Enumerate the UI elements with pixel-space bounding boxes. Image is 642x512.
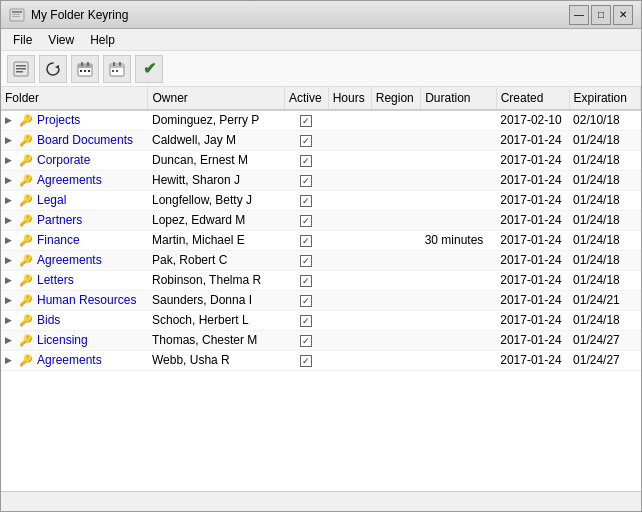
folder-name[interactable]: Bids [37, 313, 60, 327]
row-expand-icon[interactable]: ▶ [5, 115, 15, 125]
row-expand-icon[interactable]: ▶ [5, 175, 15, 185]
active-checkbox[interactable] [300, 155, 312, 167]
folder-name[interactable]: Corporate [37, 153, 90, 167]
cell-hours [328, 110, 371, 130]
folder-name[interactable]: Finance [37, 233, 80, 247]
col-header-owner[interactable]: Owner [148, 87, 284, 110]
folder-name[interactable]: Agreements [37, 253, 102, 267]
cell-region [371, 290, 420, 310]
cell-created: 2017-01-24 [496, 310, 569, 330]
cell-folder: ▶ 🔑 Agreements [1, 250, 148, 270]
minimize-button[interactable]: — [569, 5, 589, 25]
table-row[interactable]: ▶ 🔑 Licensing Thomas, Chester M2017-01-2… [1, 330, 641, 350]
svg-rect-6 [16, 68, 26, 70]
cell-active [284, 350, 328, 370]
row-expand-icon[interactable]: ▶ [5, 215, 15, 225]
folder-name[interactable]: Agreements [37, 353, 102, 367]
key-icon: 🔑 [19, 114, 33, 127]
table-row[interactable]: ▶ 🔑 Board Documents Caldwell, Jay M2017-… [1, 130, 641, 150]
col-header-region[interactable]: Region [371, 87, 420, 110]
row-expand-icon[interactable]: ▶ [5, 315, 15, 325]
folder-name[interactable]: Projects [37, 113, 80, 127]
refresh-button[interactable] [39, 55, 67, 83]
table-row[interactable]: ▶ 🔑 Human Resources Saunders, Donna I201… [1, 290, 641, 310]
key-icon: 🔑 [19, 334, 33, 347]
close-button[interactable]: ✕ [613, 5, 633, 25]
table-row[interactable]: ▶ 🔑 Agreements Webb, Usha R2017-01-2401/… [1, 350, 641, 370]
cell-expiration: 01/24/18 [569, 170, 640, 190]
row-expand-icon[interactable]: ▶ [5, 135, 15, 145]
calendar2-button[interactable] [103, 55, 131, 83]
cell-region [371, 350, 420, 370]
check-button[interactable]: ✔ [135, 55, 163, 83]
cell-active [284, 330, 328, 350]
row-expand-icon[interactable]: ▶ [5, 235, 15, 245]
folder-name[interactable]: Agreements [37, 173, 102, 187]
table-row[interactable]: ▶ 🔑 Agreements Pak, Robert C2017-01-2401… [1, 250, 641, 270]
active-checkbox[interactable] [300, 135, 312, 147]
table-row[interactable]: ▶ 🔑 Bids Schoch, Herbert L2017-01-2401/2… [1, 310, 641, 330]
menu-view[interactable]: View [40, 31, 82, 49]
folder-name[interactable]: Board Documents [37, 133, 133, 147]
active-checkbox[interactable] [300, 115, 312, 127]
folder-name[interactable]: Letters [37, 273, 74, 287]
table-container[interactable]: Folder Owner Active Hours Region Duratio… [1, 87, 641, 491]
row-expand-icon[interactable]: ▶ [5, 275, 15, 285]
row-expand-icon[interactable]: ▶ [5, 155, 15, 165]
table-row[interactable]: ▶ 🔑 Partners Lopez, Edward M2017-01-2401… [1, 210, 641, 230]
cell-expiration: 02/10/18 [569, 110, 640, 130]
cell-hours [328, 150, 371, 170]
row-expand-icon[interactable]: ▶ [5, 255, 15, 265]
cell-duration [421, 110, 497, 130]
cell-active [284, 150, 328, 170]
row-expand-icon[interactable]: ▶ [5, 335, 15, 345]
folder-name[interactable]: Human Resources [37, 293, 136, 307]
cell-created: 2017-01-24 [496, 130, 569, 150]
folder-name[interactable]: Legal [37, 193, 66, 207]
active-checkbox[interactable] [300, 235, 312, 247]
cell-hours [328, 310, 371, 330]
table-row[interactable]: ▶ 🔑 Projects Dominguez, Perry P2017-02-1… [1, 110, 641, 130]
active-checkbox[interactable] [300, 175, 312, 187]
table-row[interactable]: ▶ 🔑 Letters Robinson, Thelma R2017-01-24… [1, 270, 641, 290]
cell-duration [421, 250, 497, 270]
row-expand-icon[interactable]: ▶ [5, 355, 15, 365]
cell-expiration: 01/24/27 [569, 330, 640, 350]
col-header-hours[interactable]: Hours [328, 87, 371, 110]
menu-help[interactable]: Help [82, 31, 123, 49]
cell-created: 2017-01-24 [496, 290, 569, 310]
folder-name[interactable]: Partners [37, 213, 82, 227]
col-header-active[interactable]: Active [284, 87, 328, 110]
active-checkbox[interactable] [300, 215, 312, 227]
active-checkbox[interactable] [300, 255, 312, 267]
cell-hours [328, 130, 371, 150]
calendar1-button[interactable] [71, 55, 99, 83]
folder-name[interactable]: Licensing [37, 333, 88, 347]
active-checkbox[interactable] [300, 275, 312, 287]
svg-rect-3 [12, 16, 20, 17]
active-checkbox[interactable] [300, 335, 312, 347]
active-checkbox[interactable] [300, 195, 312, 207]
table-row[interactable]: ▶ 🔑 Finance Martin, Michael E30 minutes2… [1, 230, 641, 250]
cell-owner: Webb, Usha R [148, 350, 284, 370]
row-expand-icon[interactable]: ▶ [5, 195, 15, 205]
cell-region [371, 210, 420, 230]
menu-file[interactable]: File [5, 31, 40, 49]
maximize-button[interactable]: □ [591, 5, 611, 25]
active-checkbox[interactable] [300, 355, 312, 367]
col-header-expiration[interactable]: Expiration [569, 87, 640, 110]
import-button[interactable] [7, 55, 35, 83]
key-icon: 🔑 [19, 274, 33, 287]
active-checkbox[interactable] [300, 295, 312, 307]
active-checkbox[interactable] [300, 315, 312, 327]
cell-owner: Caldwell, Jay M [148, 130, 284, 150]
cell-region [371, 230, 420, 250]
row-expand-icon[interactable]: ▶ [5, 295, 15, 305]
col-header-folder[interactable]: Folder [1, 87, 148, 110]
table-row[interactable]: ▶ 🔑 Legal Longfellow, Betty J2017-01-240… [1, 190, 641, 210]
col-header-created[interactable]: Created [496, 87, 569, 110]
table-row[interactable]: ▶ 🔑 Corporate Duncan, Ernest M2017-01-24… [1, 150, 641, 170]
window-controls: — □ ✕ [569, 5, 633, 25]
col-header-duration[interactable]: Duration [421, 87, 497, 110]
table-row[interactable]: ▶ 🔑 Agreements Hewitt, Sharon J2017-01-2… [1, 170, 641, 190]
